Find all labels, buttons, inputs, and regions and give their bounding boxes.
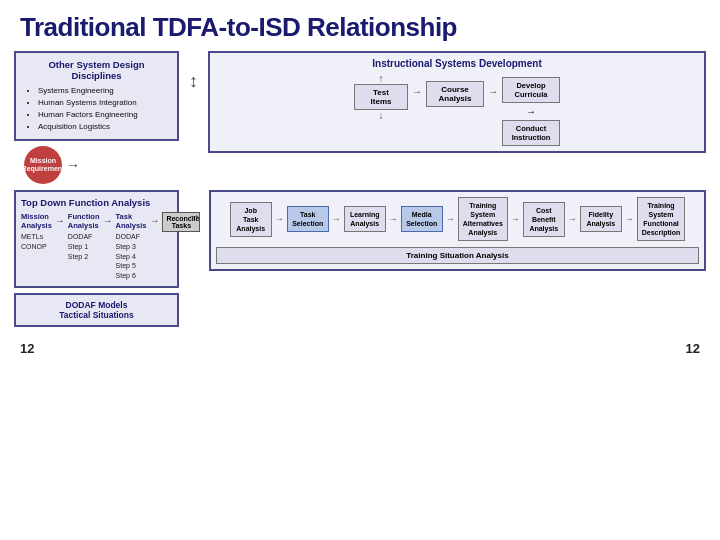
connect-arrow-icon: →	[187, 208, 201, 224]
other-systems-box: Other System Design Disciplines Systems …	[14, 51, 179, 141]
other-systems-title: Other System Design Disciplines	[24, 59, 169, 81]
page-title: Traditional TDFA-to-ISD Relationship	[0, 0, 720, 51]
isd-title: Instructional Systems Development	[215, 58, 699, 69]
training-system-functional-box: Training System Functional Description	[637, 197, 686, 241]
arrow-icon: →	[446, 214, 455, 224]
isd-process-row: Job Task Analysis → Task Selection → Lea…	[209, 190, 706, 271]
fidelity-analysis-box: Fidelity Analysis	[580, 206, 622, 232]
mission-analysis-header: Mission Analysis	[21, 212, 52, 230]
develop-curricula-box: Develop Curricula	[502, 77, 560, 103]
task-selection-box: Task Selection	[287, 206, 329, 232]
task-analysis-content: DODAF Step 3 Step 4 Step 5 Step 6	[116, 232, 147, 281]
bidirectional-arrow-icon: ↕	[189, 71, 198, 92]
list-item: Human Systems Integration	[38, 97, 169, 109]
process-boxes: Job Task Analysis → Task Selection → Lea…	[216, 197, 699, 241]
up-arrow-icon: ↑	[379, 73, 384, 84]
footer-page-right: 12	[686, 341, 700, 356]
arrow-right-icon: →	[488, 87, 498, 97]
arrow-right-icon: →	[149, 215, 159, 226]
arrow-icon: →	[389, 214, 398, 224]
conduct-instruction-box: Conduct Instruction	[502, 120, 560, 146]
mission-requirement-badge: Mission Requirement	[24, 146, 62, 184]
media-selection-box: Media Selection	[401, 206, 443, 232]
function-analysis-content: DODAF Step 1 Step 2	[68, 232, 100, 261]
arrow-icon: →	[511, 214, 520, 224]
training-system-alternatives-box: Training System Alternatives Analysis	[458, 197, 508, 241]
course-analysis-box: Course Analysis	[426, 81, 484, 107]
isd-box: Instructional Systems Development ↑ Test…	[208, 51, 706, 153]
list-item: Acquisition Logistics	[38, 121, 169, 133]
arrow-icon: →	[332, 214, 341, 224]
arrow-right-icon: →	[55, 215, 65, 226]
learning-analysis-box: Learning Analysis	[344, 206, 386, 232]
footer-page-left: 12	[20, 341, 34, 356]
down-arrow-icon: ↓	[379, 110, 384, 121]
dodaf-models-box: DODAF Models Tactical Situations	[14, 293, 179, 327]
task-analysis-header: Task Analysis	[116, 212, 147, 230]
arrow-right-icon: →	[66, 157, 80, 173]
test-items-box: Test Items	[354, 84, 408, 110]
other-systems-list: Systems Engineering Human Systems Integr…	[24, 85, 169, 133]
function-analysis-header: Function Analysis	[68, 212, 100, 230]
training-situation-box: Training Situation Analysis	[216, 247, 699, 264]
tdfa-title: Top Down Function Analysis	[21, 197, 172, 208]
tdfa-box: Top Down Function Analysis Mission Analy…	[14, 190, 179, 288]
mission-analysis-content: METLs CONOP	[21, 232, 52, 252]
arrow-right-icon: →	[412, 87, 422, 97]
list-item: Systems Engineering	[38, 85, 169, 97]
arrow-right-icon: →	[103, 215, 113, 226]
arrow-icon: →	[568, 214, 577, 224]
list-item: Human Factors Engineering	[38, 109, 169, 121]
arrow-right-icon: →	[502, 106, 560, 117]
arrow-icon: →	[625, 214, 634, 224]
cost-benefit-box: Cost Benefit Analysis	[523, 202, 565, 237]
job-task-analysis-box: Job Task Analysis	[230, 202, 272, 237]
arrow-icon: →	[275, 214, 284, 224]
